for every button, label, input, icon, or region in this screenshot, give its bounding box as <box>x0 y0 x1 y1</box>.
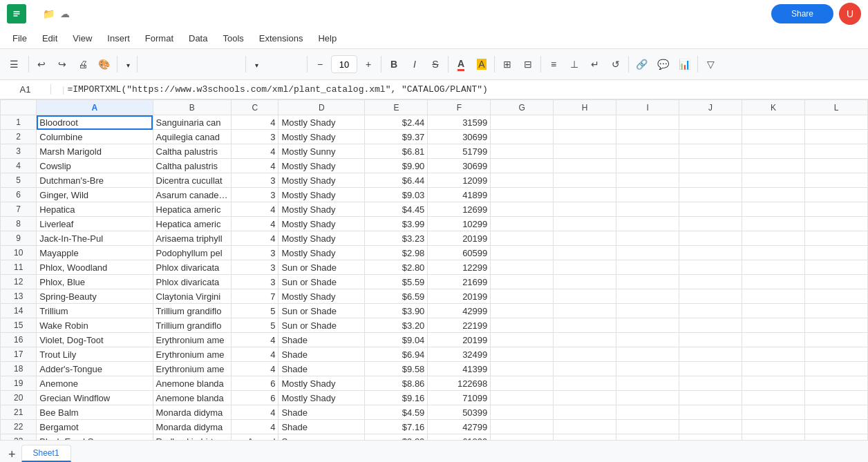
col-header-c[interactable]: C <box>232 100 279 115</box>
cell-e9[interactable]: $3.23 <box>365 231 428 246</box>
cell-c17[interactable]: 4 <box>232 347 279 362</box>
row-num-cell[interactable]: 14 <box>1 304 37 318</box>
menu-tools[interactable]: Tools <box>216 30 250 46</box>
cell-l15[interactable] <box>804 318 867 333</box>
cell-j1[interactable] <box>679 115 742 130</box>
italic-button[interactable]: I <box>405 53 424 75</box>
cell-c20[interactable]: 6 <box>232 391 279 405</box>
cell-g15[interactable] <box>491 318 554 333</box>
cell-j6[interactable] <box>679 188 742 202</box>
cell-b2[interactable]: Aquilegia canad <box>153 130 232 144</box>
cell-a7[interactable]: Hepatica <box>37 202 153 217</box>
chart-button[interactable]: 📊 <box>674 53 695 75</box>
cell-j5[interactable] <box>679 173 742 188</box>
cell-i19[interactable] <box>616 376 679 391</box>
add-sheet-button[interactable]: + <box>6 447 19 462</box>
cell-k8[interactable] <box>742 217 805 231</box>
cell-b21[interactable]: Monarda didyma <box>153 405 232 420</box>
cell-f22[interactable]: 42799 <box>428 420 491 434</box>
cell-k11[interactable] <box>742 260 805 275</box>
cell-g22[interactable] <box>491 420 554 434</box>
cell-i15[interactable] <box>616 318 679 333</box>
cell-g3[interactable] <box>491 144 554 159</box>
cell-h6[interactable] <box>554 188 616 202</box>
cell-a9[interactable]: Jack-In-The-Pul <box>37 231 153 246</box>
cell-j12[interactable] <box>679 275 742 289</box>
strikethrough-button[interactable]: S <box>426 53 445 75</box>
row-num-cell[interactable]: 17 <box>1 347 37 362</box>
cell-k12[interactable] <box>742 275 805 289</box>
cell-h21[interactable] <box>554 405 616 420</box>
percent-button[interactable] <box>161 53 180 75</box>
currency-button[interactable] <box>140 53 160 75</box>
row-num-cell[interactable]: 16 <box>1 333 37 347</box>
decrease-font-button[interactable]: − <box>310 53 330 75</box>
row-num-cell[interactable]: 12 <box>1 275 37 289</box>
cell-a6[interactable]: Ginger, Wild <box>37 188 153 202</box>
cell-e11[interactable]: $2.80 <box>365 260 428 275</box>
rotate-button[interactable]: ↺ <box>606 53 625 75</box>
cell-d23[interactable]: Sunny <box>279 434 365 441</box>
menu-file[interactable]: File <box>6 30 34 46</box>
row-num-cell[interactable]: 19 <box>1 376 37 391</box>
cell-g20[interactable] <box>491 391 554 405</box>
cell-a3[interactable]: Marsh Marigold <box>37 144 153 159</box>
cell-i14[interactable] <box>616 304 679 318</box>
cell-e2[interactable]: $9.37 <box>365 130 428 144</box>
row-num-cell[interactable]: 4 <box>1 159 37 173</box>
cell-e18[interactable]: $9.58 <box>365 362 428 376</box>
cell-f3[interactable]: 51799 <box>428 144 491 159</box>
cell-b20[interactable]: Anemone blanda <box>153 391 232 405</box>
cell-i5[interactable] <box>616 173 679 188</box>
cell-a18[interactable]: Adder's-Tongue <box>37 362 153 376</box>
row-num-cell[interactable]: 3 <box>1 144 37 159</box>
cell-e5[interactable]: $6.44 <box>365 173 428 188</box>
cell-g6[interactable] <box>491 188 554 202</box>
link-button[interactable]: 🔗 <box>632 53 652 75</box>
row-num-cell[interactable]: 21 <box>1 405 37 420</box>
cell-d11[interactable]: Sun or Shade <box>279 260 365 275</box>
cell-l5[interactable] <box>804 173 867 188</box>
cell-i12[interactable] <box>616 275 679 289</box>
cell-g10[interactable] <box>491 246 554 260</box>
row-num-cell[interactable]: 1 <box>1 115 37 130</box>
cell-e13[interactable]: $6.59 <box>365 289 428 304</box>
cell-c21[interactable]: 4 <box>232 405 279 420</box>
cell-j8[interactable] <box>679 217 742 231</box>
cell-d17[interactable]: Shade <box>279 347 365 362</box>
cell-f19[interactable]: 122698 <box>428 376 491 391</box>
cell-l1[interactable] <box>804 115 867 130</box>
cell-i8[interactable] <box>616 217 679 231</box>
cell-h4[interactable] <box>554 159 616 173</box>
cell-f4[interactable]: 30699 <box>428 159 491 173</box>
cell-g7[interactable] <box>491 202 554 217</box>
cell-e6[interactable]: $9.03 <box>365 188 428 202</box>
col-header-a[interactable]: A <box>37 100 153 115</box>
cell-g13[interactable] <box>491 289 554 304</box>
cell-h11[interactable] <box>554 260 616 275</box>
cell-b8[interactable]: Hepatica americ <box>153 217 232 231</box>
cell-i13[interactable] <box>616 289 679 304</box>
cell-b7[interactable]: Hepatica americ <box>153 202 232 217</box>
cell-h7[interactable] <box>554 202 616 217</box>
cell-l23[interactable] <box>804 434 867 441</box>
cell-l2[interactable] <box>804 130 867 144</box>
formula-input[interactable] <box>67 84 865 95</box>
cell-g18[interactable] <box>491 362 554 376</box>
row-num-cell[interactable]: 5 <box>1 173 37 188</box>
cell-k2[interactable] <box>742 130 805 144</box>
menu-data[interactable]: Data <box>182 30 214 46</box>
cell-a8[interactable]: Liverleaf <box>37 217 153 231</box>
cell-e1[interactable]: $2.44 <box>365 115 428 130</box>
row-num-cell[interactable]: 7 <box>1 202 37 217</box>
cell-f2[interactable]: 30699 <box>428 130 491 144</box>
decimal1-button[interactable] <box>182 53 201 75</box>
cell-h22[interactable] <box>554 420 616 434</box>
cell-k5[interactable] <box>742 173 805 188</box>
cell-f5[interactable]: 12099 <box>428 173 491 188</box>
cell-c16[interactable]: 4 <box>232 333 279 347</box>
cell-j2[interactable] <box>679 130 742 144</box>
cell-b5[interactable]: Dicentra cucullat <box>153 173 232 188</box>
num123-button[interactable] <box>223 53 243 75</box>
font-size-input[interactable] <box>331 55 357 73</box>
